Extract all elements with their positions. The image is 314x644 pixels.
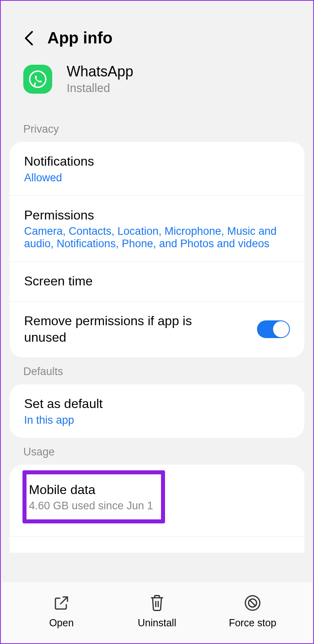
app-header-row: WhatsApp Installed <box>1 63 313 115</box>
app-name: WhatsApp <box>67 63 133 80</box>
open-button[interactable]: Open <box>14 594 109 629</box>
section-header-privacy: Privacy <box>1 115 313 142</box>
mobile-data-row[interactable]: Mobile data 4.60 GB used since Jun 1 <box>10 465 304 537</box>
bottom-action-bar: Open Uninstall Force stop <box>2 582 312 643</box>
open-icon <box>53 594 70 612</box>
permissions-sub: Camera, Contacts, Location, Microphone, … <box>24 225 290 250</box>
section-header-defaults: Defaults <box>1 357 313 384</box>
set-default-row[interactable]: Set as default In this app <box>10 384 304 438</box>
screen-time-title: Screen time <box>24 273 290 290</box>
page-header: App info <box>1 1 313 63</box>
set-default-sub: In this app <box>24 414 290 427</box>
privacy-card: Notifications Allowed Permissions Camera… <box>10 142 304 357</box>
page-title: App info <box>47 29 112 47</box>
uninstall-button[interactable]: Uninstall <box>109 594 205 629</box>
highlight-annotation: Mobile data 4.60 GB used since Jun 1 <box>22 470 165 524</box>
back-button[interactable] <box>23 30 34 46</box>
app-status: Installed <box>67 82 133 95</box>
screen-time-row[interactable]: Screen time <box>10 262 304 301</box>
section-header-usage: Usage <box>1 438 313 465</box>
uninstall-label: Uninstall <box>138 617 176 629</box>
usage-card: Mobile data 4.60 GB used since Jun 1 <box>10 465 304 553</box>
toggle-knob <box>273 321 289 337</box>
svg-point-0 <box>30 71 46 87</box>
mobile-data-title: Mobile data <box>29 482 153 498</box>
chevron-left-icon <box>23 30 34 46</box>
permissions-title: Permissions <box>24 207 290 224</box>
remove-permissions-toggle[interactable] <box>257 320 290 338</box>
trash-icon <box>149 594 165 612</box>
force-stop-label: Force stop <box>229 617 276 629</box>
notifications-title: Notifications <box>24 153 290 170</box>
open-label: Open <box>49 617 73 629</box>
force-stop-button[interactable]: Force stop <box>205 594 300 629</box>
notifications-row[interactable]: Notifications Allowed <box>10 142 304 196</box>
permissions-row[interactable]: Permissions Camera, Contacts, Location, … <box>10 196 304 262</box>
remove-permissions-row[interactable]: Remove permissions if app is unused <box>10 301 304 357</box>
set-default-title: Set as default <box>24 396 290 412</box>
mobile-data-sub: 4.60 GB used since Jun 1 <box>29 500 153 512</box>
notifications-sub: Allowed <box>24 172 290 184</box>
remove-permissions-title: Remove permissions if app is unused <box>24 313 233 346</box>
prohibit-icon <box>244 594 261 612</box>
defaults-card: Set as default In this app <box>10 384 304 438</box>
whatsapp-icon <box>23 65 52 94</box>
